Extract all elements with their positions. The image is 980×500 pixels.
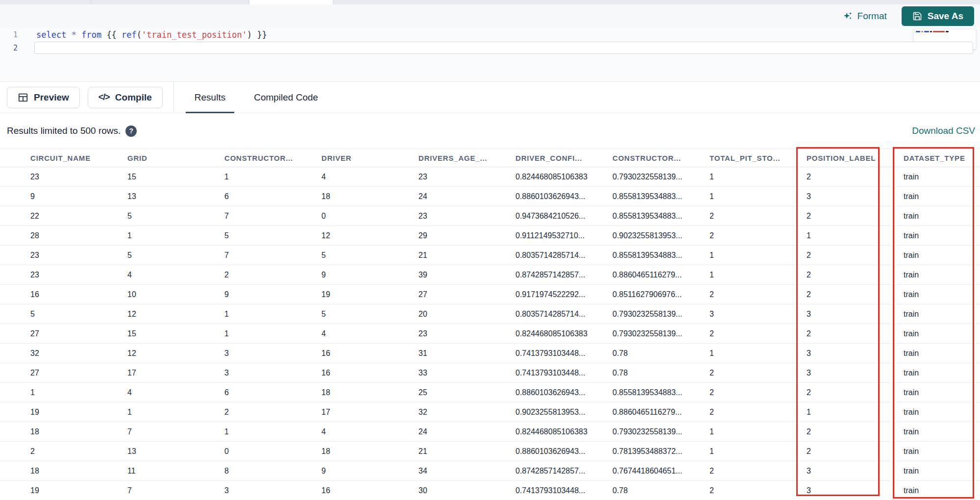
table-cell: 0.9023255813953... [515,408,612,417]
table-cell: 6 [224,192,321,201]
save-as-button[interactable]: Save As [902,6,974,26]
table-cell: 1 [710,427,807,436]
table-cell: 1 [807,408,904,417]
column-header: DATASET_TYPE [904,154,980,162]
results-limit-text: Results limited to 500 rows. [7,125,121,136]
table-cell: 2 [807,388,904,397]
table-cell: 29 [418,231,515,240]
column-header: DRIVERS_AGE_... [418,154,515,162]
table-cell: 0.8860103626943... [515,388,612,397]
table-cell: 0.7813953488372... [612,447,710,456]
table-cell: 7 [224,251,321,260]
column-header: DRIVER [321,154,418,162]
compile-button[interactable]: </> Compile [88,87,163,108]
tab-results[interactable]: Results [195,82,225,113]
download-csv-link[interactable]: Download CSV [912,125,975,136]
code-icon: </> [98,92,110,102]
table-cell: 13 [127,447,224,456]
table-cell: 13 [127,192,224,201]
table-cell: 0.8558139534883... [612,192,710,201]
table-cell: 1 [224,310,321,319]
table-cell: 10 [127,290,224,299]
table-cell: 1 [710,251,807,260]
table-cell: 2 [807,212,904,221]
code-line-2[interactable]: 2 [0,41,980,54]
code-line-1[interactable]: 1 select * from {{ ref('train_test_posit… [0,28,980,41]
table-cell: 2 [710,467,807,475]
table-cell: 9 [321,271,418,279]
table-cell: train [904,271,980,279]
table-cell: 5 [30,310,127,319]
table-cell: 0.8558139534883... [612,212,710,221]
table-cell: 1 [30,388,127,397]
table-cell: 18 [321,388,418,397]
table-cell: 4 [127,271,224,279]
table-cell: 0.8860465116279... [612,271,710,279]
table-cell: 0.9473684210526... [515,212,612,221]
table-cell: 2 [710,329,807,338]
column-header: TOTAL_PIT_STO... [710,154,807,162]
compile-label: Compile [115,92,152,103]
column-header: CONSTRUCTOR... [224,154,321,162]
table-cell: 24 [418,192,515,201]
table-cell: 5 [321,251,418,260]
table-cell: 23 [418,173,515,181]
table-row: 18714240.8244680851063830.7930232558139.… [0,422,980,442]
table-cell: train [904,447,980,456]
table-cell: 34 [418,467,515,475]
table-cell: 7 [224,212,321,221]
table-cell: 25 [418,388,515,397]
table-row: 271514230.8244680851063830.7930232558139… [0,324,980,344]
table-cell: train [904,173,980,181]
table-cell: 2 [710,369,807,377]
table-cell: 9 [30,192,127,201]
results-pane: Preview </> Compile Results Compiled Cod… [0,81,980,500]
table-cell: 12 [321,231,418,240]
table-cell: train [904,369,980,377]
table-cell: 0.824468085106383 [515,173,612,181]
table-cell: 4 [321,173,418,181]
table-row: 23575210.8035714285714...0.8558139534883… [0,246,980,265]
editor-tab-strip[interactable] [0,0,980,4]
table-cell: 21 [418,251,515,260]
table-cell: 0 [321,212,418,221]
table-cell: 4 [127,388,224,397]
table-cell: 23 [30,251,127,260]
table-cell: 31 [418,349,515,358]
tab-compiled-code[interactable]: Compiled Code [254,82,318,113]
table-cell: 0.8860465116279... [612,408,710,417]
table-cell: 0.9023255813953... [612,231,710,240]
sql-code-line[interactable]: select * from {{ ref('train_test_positio… [36,30,267,40]
table-cell: 16 [321,369,418,377]
table-cell: 2 [807,427,904,436]
table-cell: 1 [224,173,321,181]
sql-editor-pane[interactable]: Format Save As 1 select * from {{ ref('t… [0,4,980,81]
table-cell: 3 [807,486,904,495]
table-cell: 19 [30,486,127,495]
column-header: CONSTRUCTOR... [612,154,710,162]
table-cell: 0.7930232558139... [612,173,710,181]
table-cell: 23 [30,173,127,181]
table-cell: 0.8035714285714... [515,251,612,260]
table-cell: 32 [30,349,127,358]
table-cell: 3 [710,310,807,319]
format-button[interactable]: Format [842,11,887,22]
results-table[interactable]: CIRCUIT_NAMEGRIDCONSTRUCTOR...DRIVERDRIV… [0,149,980,500]
actions-row: Preview </> Compile Results Compiled Cod… [0,82,980,113]
table-cell: 9 [224,290,321,299]
preview-button[interactable]: Preview [7,87,80,108]
code-area[interactable]: 1 select * from {{ ref('train_test_posit… [0,28,980,54]
table-cell: 0.7674418604651... [612,467,710,475]
help-icon[interactable]: ? [125,125,137,137]
table-cell: 20 [418,310,515,319]
table-cell: 18 [321,192,418,201]
active-line-box[interactable] [34,42,973,54]
table-cell: 2 [30,447,127,456]
table-cell: train [904,329,980,338]
table-cell: 0.7930232558139... [612,329,710,338]
table-cell: 17 [321,408,418,417]
table-cell: 0.7413793103448... [515,369,612,377]
table-cell: 19 [30,408,127,417]
table-cell: 30 [418,486,515,495]
table-cell: train [904,231,980,240]
